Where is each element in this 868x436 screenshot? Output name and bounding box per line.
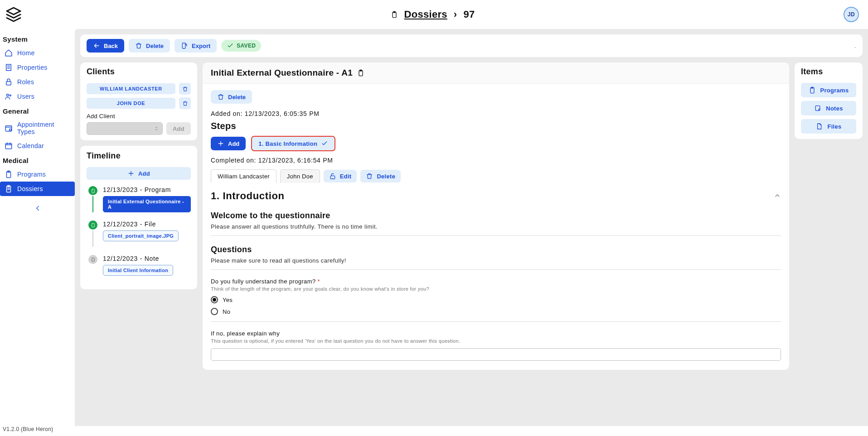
saved-status-label: SAVED xyxy=(237,43,256,49)
collapse-section-button[interactable] xyxy=(774,192,781,201)
sidebar-item-programs[interactable]: Programs xyxy=(0,167,75,182)
tab-client-2[interactable]: John Doe xyxy=(280,169,320,183)
sidebar-item-label: Users xyxy=(17,93,34,100)
file-icon xyxy=(815,123,823,130)
question-2-hint: This question is optional, if you entere… xyxy=(211,338,781,344)
clipboard-list-icon xyxy=(5,185,13,193)
sidebar-item-label: Properties xyxy=(17,64,48,71)
plus-icon xyxy=(127,170,135,177)
plus-icon xyxy=(217,140,224,147)
edit-button-label: Edit xyxy=(340,173,352,180)
timeline-item-link[interactable]: Initial Client Information xyxy=(103,265,173,276)
svg-point-5 xyxy=(10,95,11,96)
add-client-label: Add Client xyxy=(87,113,191,120)
timeline-add-label: Add xyxy=(138,170,150,177)
svg-rect-13 xyxy=(182,43,185,48)
remove-client-button[interactable] xyxy=(179,97,191,109)
clipboard-icon xyxy=(5,170,13,178)
question-2-label: If no, please explain why xyxy=(211,330,781,337)
sidebar-item-home[interactable]: Home xyxy=(0,46,75,60)
sidebar-item-label: Calendar xyxy=(17,142,44,149)
question-1-hint: Think of the length of the program, are … xyxy=(211,286,781,292)
add-client-select[interactable] xyxy=(87,122,163,135)
sidebar-item-appointment-types[interactable]: Appointment Types xyxy=(0,118,75,139)
radio-yes[interactable] xyxy=(211,296,218,303)
program-title: Initial External Questionnaire - A1 xyxy=(211,68,353,78)
added-on: Added on: 12/13/2023, 6:05:35 PM xyxy=(211,110,781,117)
breadcrumb: Dossiers › 97 xyxy=(391,9,475,20)
toolbar-overflow: . xyxy=(854,42,856,49)
calendar-clock-icon xyxy=(5,124,13,132)
user-avatar[interactable]: JD xyxy=(844,7,859,22)
trash-icon xyxy=(366,172,373,180)
delete-button[interactable]: Delete xyxy=(129,39,170,53)
svg-point-7 xyxy=(10,129,12,131)
timeline-panel-title: Timeline xyxy=(80,146,197,164)
timeline-add-button[interactable]: Add xyxy=(87,167,191,180)
remove-client-button[interactable] xyxy=(179,83,191,95)
sidebar-item-users[interactable]: Users xyxy=(0,89,75,104)
timeline-item-title: 12/12/2023 - File xyxy=(103,220,191,228)
delete-button-label: Delete xyxy=(146,43,164,49)
timeline-dot-icon xyxy=(88,220,97,230)
add-client-button: Add xyxy=(166,122,191,135)
sidebar-item-label: Home xyxy=(17,49,34,57)
home-icon xyxy=(5,49,13,57)
clients-panel: Clients WILLIAM LANDCASTER JOHN DOE Add … xyxy=(80,62,197,140)
version-label: V1.2.0 (Blue Heron) xyxy=(0,426,868,436)
sidebar-item-dossiers[interactable]: Dossiers xyxy=(0,182,75,196)
program-delete-label: Delete xyxy=(228,94,246,101)
program-delete-button[interactable]: Delete xyxy=(211,90,252,104)
step-delete-label: Delete xyxy=(377,173,395,180)
timeline-item-link[interactable]: Initial External Questionnaire - A xyxy=(103,196,191,212)
main-content: Back Delete Export SAVED . Clients WILLI… xyxy=(75,29,868,426)
sidebar-item-label: Roles xyxy=(17,78,34,86)
users-icon xyxy=(5,92,13,101)
sidebar-group-system: System xyxy=(0,32,75,46)
timeline-dot-icon xyxy=(88,255,97,264)
sidebar-item-label: Appointment Types xyxy=(17,121,70,135)
timeline-item-title: 12/12/2023 - Note xyxy=(103,255,191,262)
building-icon xyxy=(5,63,13,72)
svg-rect-15 xyxy=(92,223,94,227)
svg-rect-3 xyxy=(6,81,11,85)
radio-no[interactable] xyxy=(211,308,218,315)
page-toolbar: Back Delete Export SAVED . xyxy=(80,34,863,57)
svg-rect-14 xyxy=(92,189,94,192)
client-chip[interactable]: WILLIAM LANDCASTER xyxy=(87,83,175,94)
add-step-button[interactable]: Add xyxy=(211,137,246,150)
sidebar-group-general: General xyxy=(0,104,75,118)
questions-description: Please make sure to read all questions c… xyxy=(211,257,781,264)
sidebar-item-roles[interactable]: Roles xyxy=(0,75,75,89)
export-button[interactable]: Export xyxy=(175,39,217,53)
client-chip[interactable]: JOHN DOE xyxy=(87,98,175,109)
breadcrumb-separator: › xyxy=(454,9,457,20)
timeline-item-title: 12/13/2023 - Program xyxy=(103,186,191,193)
tab-client-1[interactable]: William Landcaster xyxy=(211,169,276,183)
items-files-button[interactable]: Files xyxy=(801,119,856,134)
step-delete-button[interactable]: Delete xyxy=(360,170,401,182)
step-chip-basic-information[interactable]: 1. Basic Information xyxy=(251,136,335,151)
radio-yes-label: Yes xyxy=(223,297,233,303)
items-notes-button[interactable]: Notes xyxy=(801,101,856,115)
radio-no-label: No xyxy=(223,308,230,315)
trash-icon xyxy=(217,93,224,101)
items-programs-label: Programs xyxy=(820,87,849,94)
collapse-sidebar-button[interactable] xyxy=(0,204,75,214)
breadcrumb-link[interactable]: Dossiers xyxy=(404,9,447,20)
completed-on: Completed on: 12/13/2023, 6:16:54 PM xyxy=(211,157,781,164)
export-button-label: Export xyxy=(192,43,210,49)
timeline-item-link[interactable]: Client_portrait_image.JPG xyxy=(103,230,179,241)
sidebar-item-calendar[interactable]: Calendar xyxy=(0,139,75,153)
question-2-input[interactable] xyxy=(211,348,781,361)
svg-rect-8 xyxy=(5,144,12,149)
check-icon xyxy=(227,42,234,49)
items-programs-button[interactable]: Programs xyxy=(801,83,856,97)
svg-point-4 xyxy=(7,94,9,96)
items-files-label: Files xyxy=(827,123,841,130)
back-button[interactable]: Back xyxy=(87,39,124,53)
welcome-heading: Welcome to the questionnaire xyxy=(211,211,781,220)
section-title: 1. Introduction xyxy=(211,190,285,202)
sidebar-item-properties[interactable]: Properties xyxy=(0,60,75,75)
edit-button[interactable]: Edit xyxy=(324,170,357,182)
